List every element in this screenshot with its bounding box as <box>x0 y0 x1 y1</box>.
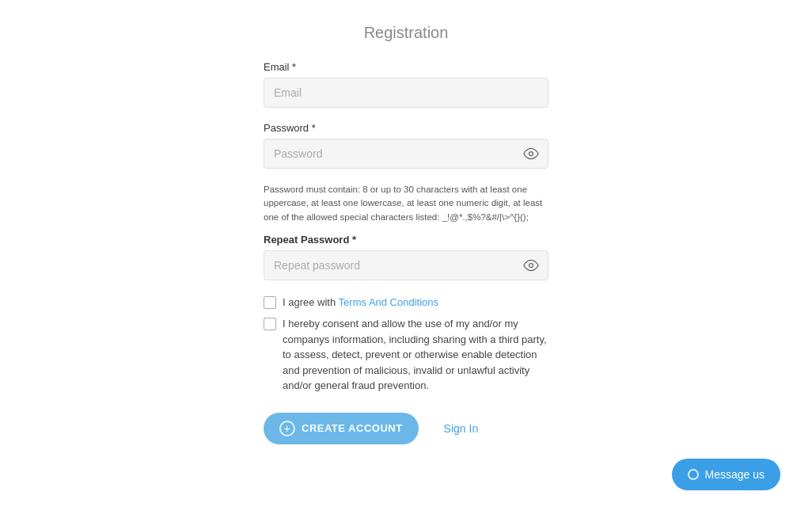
repeat-password-input-wrapper <box>264 250 548 280</box>
repeat-password-input[interactable] <box>264 250 548 280</box>
consent-checkbox[interactable] <box>264 318 276 330</box>
svg-point-0 <box>529 152 533 156</box>
form-wrapper: Registration Email * Password * Password… <box>264 24 548 444</box>
password-input[interactable] <box>264 139 548 169</box>
email-label: Email * <box>264 61 548 73</box>
terms-text: I agree with Terms And Conditions <box>283 295 438 311</box>
repeat-password-eye-icon[interactable] <box>523 257 539 273</box>
email-input[interactable] <box>264 78 548 108</box>
sign-in-link[interactable]: Sign In <box>444 422 479 435</box>
password-eye-icon[interactable] <box>523 146 539 162</box>
email-input-wrapper <box>264 78 548 108</box>
message-us-button[interactable]: Message us <box>672 459 780 490</box>
buttons-row: + CREATE ACCOUNT Sign In <box>264 413 548 444</box>
page-title: Registration <box>264 24 548 42</box>
password-input-wrapper <box>264 139 548 169</box>
plus-icon: + <box>279 421 295 436</box>
consent-text: I hereby consent and allow the use of my… <box>283 316 548 394</box>
page-container: Registration Email * Password * Password… <box>0 0 812 522</box>
create-btn-label: CREATE ACCOUNT <box>302 422 403 434</box>
svg-point-1 <box>529 263 533 267</box>
consent-checkbox-row: I hereby consent and allow the use of my… <box>264 316 548 394</box>
repeat-password-label: Repeat Password * <box>264 234 548 246</box>
terms-link[interactable]: Terms And Conditions <box>339 296 438 308</box>
terms-checkbox[interactable] <box>264 296 276 309</box>
message-us-label: Message us <box>705 468 765 481</box>
terms-checkbox-row: I agree with Terms And Conditions <box>264 295 548 311</box>
password-label: Password * <box>264 122 548 134</box>
message-circle-icon <box>688 469 699 480</box>
create-account-button[interactable]: + CREATE ACCOUNT <box>264 413 419 444</box>
password-hint: Password must contain: 8 or up to 30 cha… <box>264 183 548 224</box>
checkbox-area: I agree with Terms And Conditions I here… <box>264 295 548 394</box>
